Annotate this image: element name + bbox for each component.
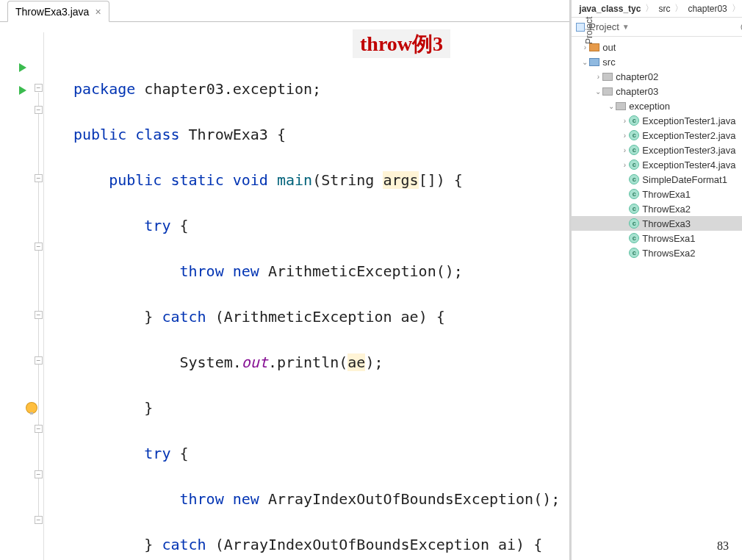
chevron-right-icon: 〉 bbox=[674, 2, 683, 15]
fold-toggle-icon[interactable]: − bbox=[35, 470, 43, 478]
chevron-right-icon: 〉 bbox=[732, 2, 741, 15]
fold-toggle-icon[interactable]: − bbox=[35, 311, 43, 319]
fold-toggle-icon[interactable]: − bbox=[35, 106, 43, 114]
file-tab[interactable]: ThrowExa3.java × bbox=[7, 1, 109, 22]
tab-filename: ThrowExa3.java bbox=[15, 6, 89, 18]
folder-icon bbox=[602, 73, 613, 81]
tree-file-selected[interactable]: cThrowExa3 bbox=[572, 216, 742, 231]
fold-toggle-icon[interactable]: − bbox=[35, 425, 43, 433]
java-class-icon: c bbox=[629, 233, 639, 243]
chevron-right-icon[interactable]: › bbox=[620, 132, 629, 140]
run-main-icon[interactable] bbox=[19, 86, 26, 95]
java-class-icon: c bbox=[629, 204, 639, 214]
tree-file[interactable]: ›cExceptionTester2.java bbox=[572, 128, 742, 143]
tree-file[interactable]: cSimpleDateFormat1 bbox=[572, 172, 742, 187]
side-tab-strip: Project bbox=[570, 0, 572, 560]
java-class-icon: c bbox=[629, 248, 639, 258]
chevron-down-icon[interactable]: ▼ bbox=[622, 23, 630, 31]
crumb-src[interactable]: src bbox=[654, 2, 674, 15]
folder-icon bbox=[616, 102, 626, 110]
fold-toggle-icon[interactable]: − bbox=[35, 174, 43, 182]
chevron-right-icon[interactable]: › bbox=[620, 117, 629, 125]
tree-file[interactable]: ›cExceptionTester1.java bbox=[572, 113, 742, 128]
folder-icon bbox=[589, 43, 599, 51]
project-panel-header: Project ▼ bbox=[572, 18, 742, 37]
tree-folder-src[interactable]: ⌄src bbox=[572, 54, 742, 69]
tree-file[interactable]: cThrowExa2 bbox=[572, 201, 742, 216]
tree-file[interactable]: ›cExceptionTester3.java bbox=[572, 143, 742, 157]
java-class-icon: c bbox=[629, 218, 639, 229]
java-class-icon: c bbox=[629, 145, 639, 155]
breadcrumb[interactable]: java_class_tyc 〉 src 〉 chapter03 〉 excep… bbox=[572, 0, 742, 18]
java-class-icon: c bbox=[629, 159, 639, 170]
chevron-down-icon[interactable]: ⌄ bbox=[580, 58, 589, 66]
tree-file[interactable]: cThrowsExa1 bbox=[572, 231, 742, 245]
chevron-right-icon[interactable]: › bbox=[620, 161, 629, 169]
tree-folder-out[interactable]: ›out bbox=[572, 40, 742, 54]
fold-toggle-icon[interactable]: − bbox=[35, 243, 43, 251]
fold-toggle-icon[interactable]: − bbox=[35, 516, 43, 524]
tree-file[interactable]: cThrowExa1 bbox=[572, 187, 742, 201]
java-class-icon: c bbox=[629, 130, 639, 140]
page-number: 83 bbox=[717, 539, 729, 553]
annotation-label: throw例3 bbox=[353, 29, 450, 58]
tree-folder-exception[interactable]: ⌄exception bbox=[572, 98, 742, 113]
chevron-down-icon[interactable]: ⌄ bbox=[607, 102, 616, 110]
java-class-icon: c bbox=[629, 115, 639, 126]
chevron-right-icon[interactable]: › bbox=[580, 43, 589, 51]
project-tree[interactable]: ›out ⌄src ›chapter02 ⌄chapter03 ⌄excepti… bbox=[572, 37, 742, 560]
chevron-right-icon: 〉 bbox=[645, 2, 654, 15]
run-class-icon[interactable] bbox=[19, 63, 26, 72]
tree-folder-chapter02[interactable]: ›chapter02 bbox=[572, 69, 742, 84]
java-class-icon: c bbox=[629, 174, 639, 184]
folder-icon bbox=[589, 58, 599, 66]
project-tool-tab[interactable]: Project bbox=[584, 17, 594, 44]
tree-folder-chapter03[interactable]: ⌄chapter03 bbox=[572, 84, 742, 98]
tree-file[interactable]: cThrowsExa2 bbox=[572, 245, 742, 260]
close-icon[interactable]: × bbox=[95, 7, 101, 17]
code-editor[interactable]: throw例3 package chapter03.exception; pub… bbox=[44, 32, 569, 560]
fold-toggle-icon[interactable]: − bbox=[35, 84, 43, 92]
folder-icon bbox=[602, 87, 613, 96]
crumb-chapter[interactable]: chapter03 bbox=[683, 2, 731, 15]
gutter: − − − − − − − − − bbox=[0, 32, 44, 560]
chevron-down-icon[interactable]: ⌄ bbox=[594, 87, 602, 96]
chevron-right-icon[interactable]: › bbox=[594, 73, 602, 81]
tab-bar: ThrowExa3.java × bbox=[0, 0, 569, 22]
crumb-root[interactable]: java_class_tyc bbox=[574, 2, 645, 15]
tree-file[interactable]: ›cExceptionTester4.java bbox=[572, 157, 742, 172]
fold-toggle-icon[interactable]: − bbox=[35, 356, 43, 365]
fold-guide bbox=[38, 93, 39, 519]
java-class-icon: c bbox=[629, 189, 639, 199]
chevron-right-icon[interactable]: › bbox=[620, 146, 629, 154]
